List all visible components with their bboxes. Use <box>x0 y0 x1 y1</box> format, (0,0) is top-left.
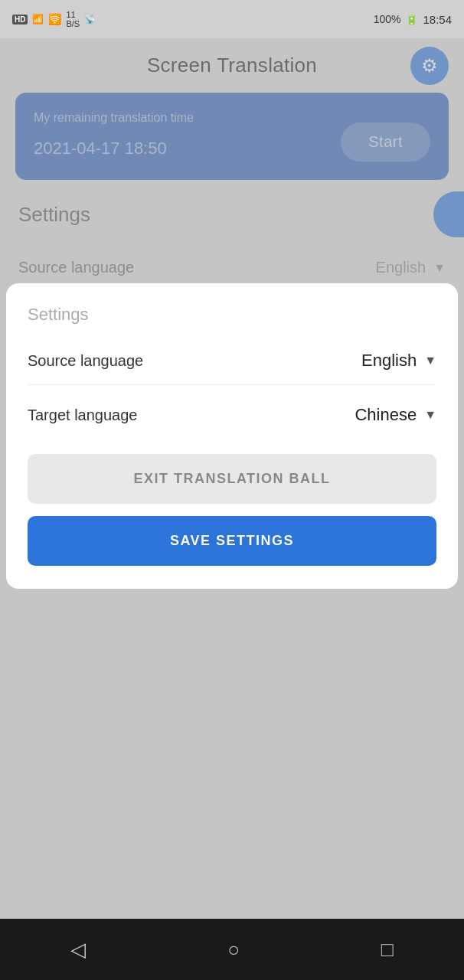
source-dropdown-arrow: ▼ <box>424 354 436 368</box>
source-language-row: Source language English ▼ <box>28 343 436 378</box>
modal-title: Settings <box>28 305 436 325</box>
settings-modal: Settings Source language English ▼ Targe… <box>6 283 458 589</box>
save-settings-button[interactable]: SAVE SETTINGS <box>28 516 436 566</box>
back-button[interactable]: ◁ <box>70 938 86 962</box>
home-button[interactable]: ○ <box>227 938 240 962</box>
source-language-dropdown[interactable]: English ▼ <box>314 351 436 371</box>
source-language-label: Source language <box>28 352 143 370</box>
source-language-value: English <box>361 351 417 371</box>
target-dropdown-arrow: ▼ <box>424 408 436 422</box>
cast-icon: 📡 <box>84 14 96 24</box>
divider-1 <box>28 384 436 385</box>
data-speed: 11B/S <box>66 10 80 28</box>
signal-icon: 📶 <box>32 14 44 24</box>
status-bar: HD 📶 🛜 11B/S 📡 100% 🔋 18:54 <box>0 0 464 38</box>
hd-badge: HD <box>12 15 28 24</box>
status-right: 100% 🔋 18:54 <box>374 13 452 26</box>
target-language-row: Target language Chinese ▼ <box>28 397 436 433</box>
nav-bar: ◁ ○ □ <box>0 919 464 980</box>
target-language-label: Target language <box>28 407 137 424</box>
clock: 18:54 <box>423 13 452 26</box>
wifi-icon: 🛜 <box>48 13 61 25</box>
battery-level: 100% <box>374 13 401 25</box>
status-left: HD 📶 🛜 11B/S 📡 <box>12 10 96 28</box>
target-language-value: Chinese <box>355 405 417 425</box>
target-language-dropdown[interactable]: Chinese ▼ <box>314 405 436 425</box>
modal-overlay: Settings Source language English ▼ Targe… <box>0 38 464 919</box>
exit-translation-ball-button[interactable]: EXIT TRANSLATION BALL <box>28 454 436 504</box>
app-background: Screen Translation ⚙ My remaining transl… <box>0 38 464 919</box>
recent-apps-button[interactable]: □ <box>381 938 394 962</box>
